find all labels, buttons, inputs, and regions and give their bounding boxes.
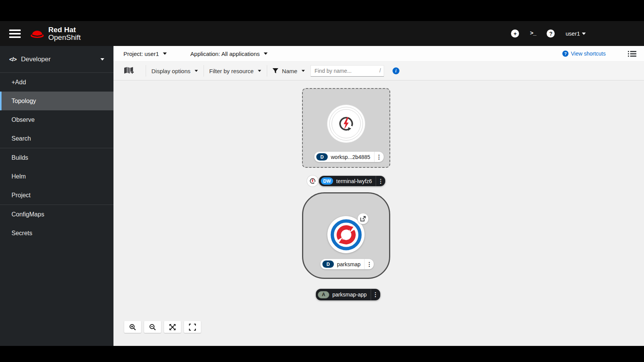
workspace-node-label[interactable]: D worksp...2b4885 ⋮ bbox=[314, 152, 384, 162]
expand-arrows-icon bbox=[169, 324, 176, 331]
brand-logo: Red Hat OpenShift bbox=[29, 26, 81, 41]
sidebar-item-project[interactable]: Project bbox=[0, 186, 113, 205]
view-shortcuts-link[interactable]: ? View shortcuts bbox=[562, 51, 606, 57]
brand-text: Red Hat OpenShift bbox=[48, 26, 81, 41]
sidebar-item-builds[interactable]: Builds bbox=[0, 148, 113, 167]
zoom-out-button[interactable] bbox=[144, 321, 161, 333]
sidebar-nav: </> Developer +Add Topology Observe Sear… bbox=[0, 46, 113, 346]
parksmap-node-name: parksmap bbox=[337, 261, 360, 267]
app-group-label[interactable]: A parksmap-app ⋮ bbox=[316, 289, 380, 300]
find-by-name-input[interactable] bbox=[310, 65, 384, 77]
chevron-down-icon bbox=[264, 52, 268, 55]
sidebar-item-helm[interactable]: Helm bbox=[0, 167, 113, 186]
redhat-fedora-icon bbox=[29, 28, 45, 40]
chevron-down-icon bbox=[301, 70, 305, 72]
name-filter-dropdown[interactable]: Name bbox=[273, 68, 305, 74]
chevron-down-icon bbox=[163, 52, 167, 55]
letterbox-bottom bbox=[0, 346, 644, 362]
reset-view-button[interactable] bbox=[184, 321, 201, 333]
display-options-dropdown[interactable]: Display options bbox=[151, 68, 198, 74]
sidebar-item-topology[interactable]: Topology bbox=[0, 92, 113, 110]
display-options-label: Display options bbox=[151, 68, 191, 74]
context-bar: Project: user1 Application: All applicat… bbox=[113, 46, 644, 62]
name-filter-label: Name bbox=[282, 68, 297, 74]
filter-by-resource-dropdown[interactable]: Filter by resource bbox=[209, 68, 261, 74]
slash-key-hint: / bbox=[380, 67, 381, 74]
kebab-menu-icon[interactable]: ⋮ bbox=[365, 261, 374, 268]
openshift-console: Red Hat OpenShift + >_ ? user1 </> Devel… bbox=[0, 0, 644, 362]
chevron-down-icon bbox=[194, 70, 198, 72]
brand-line2: OpenShift bbox=[48, 34, 81, 41]
app-group-name: parksmap-app bbox=[332, 292, 367, 298]
masthead: Red Hat OpenShift + >_ ? user1 bbox=[0, 21, 644, 46]
deployment-badge: D bbox=[316, 153, 328, 161]
workspace-ring bbox=[332, 109, 361, 138]
username: user1 bbox=[565, 30, 580, 37]
fullscreen-brackets-icon bbox=[189, 324, 196, 331]
masthead-tools: + >_ ? user1 bbox=[511, 29, 586, 38]
openshift-logo-icon bbox=[330, 218, 363, 251]
application-dropdown-label: Application: All applications bbox=[191, 51, 260, 57]
devworkspace-icon bbox=[309, 177, 316, 185]
toolbar-separator bbox=[204, 65, 204, 77]
application-dropdown[interactable]: Application: All applications bbox=[191, 51, 268, 57]
fit-to-screen-button[interactable] bbox=[164, 321, 181, 333]
context-bar-right: ? View shortcuts bbox=[562, 51, 636, 57]
filter-funnel-icon bbox=[273, 68, 278, 74]
canvas-controls bbox=[124, 321, 201, 333]
sidebar-item-secrets[interactable]: Secrets bbox=[0, 224, 113, 242]
kebab-menu-icon[interactable]: ⋮ bbox=[371, 291, 380, 298]
workspace-node-name: worksp...2b4885 bbox=[331, 154, 370, 160]
perspective-switcher[interactable]: </> Developer bbox=[0, 46, 113, 73]
find-by-name-wrapper: / bbox=[310, 65, 384, 77]
filter-by-resource-label: Filter by resource bbox=[209, 68, 254, 74]
sidebar-item-observe[interactable]: Observe bbox=[0, 110, 113, 129]
topology-toolbar: Display options Filter by resource Name … bbox=[113, 62, 644, 80]
zoom-out-icon bbox=[149, 324, 156, 331]
help-circle-icon: ? bbox=[562, 51, 568, 57]
external-link-icon[interactable] bbox=[358, 213, 368, 224]
sidebar-item-search[interactable]: Search bbox=[0, 129, 113, 148]
kebab-menu-icon[interactable]: ⋮ bbox=[376, 178, 385, 185]
chevron-down-icon bbox=[582, 33, 586, 35]
web-terminal-icon[interactable]: >_ bbox=[530, 30, 536, 37]
zoom-in-icon bbox=[129, 324, 136, 331]
terminal-node-label[interactable]: DW terminal-lwyfz6 ⋮ bbox=[319, 176, 385, 186]
code-icon: </> bbox=[9, 56, 16, 62]
workspace-node[interactable] bbox=[327, 105, 365, 143]
zoom-in-button[interactable] bbox=[124, 321, 141, 333]
user-menu[interactable]: user1 bbox=[565, 30, 586, 37]
parksmap-node-label[interactable]: D parksmap ⋮ bbox=[320, 259, 374, 269]
export-application-icon[interactable] bbox=[123, 66, 134, 75]
deployment-badge: D bbox=[322, 260, 334, 268]
toolbar-separator bbox=[146, 65, 146, 77]
nav-toggle-icon[interactable] bbox=[9, 29, 21, 38]
perspective-label: Developer bbox=[21, 56, 51, 63]
project-dropdown[interactable]: Project: user1 bbox=[123, 51, 167, 57]
sidebar-item-configmaps[interactable]: ConfigMaps bbox=[0, 205, 113, 224]
application-badge: A bbox=[318, 291, 329, 298]
terminal-node-name: terminal-lwyfz6 bbox=[336, 178, 372, 184]
project-dropdown-label: Project: user1 bbox=[123, 51, 159, 57]
brand-line1: Red Hat bbox=[48, 26, 81, 34]
help-icon[interactable]: ? bbox=[547, 29, 555, 38]
letterbox-top bbox=[0, 0, 644, 21]
list-view-icon[interactable] bbox=[628, 51, 636, 57]
nav-group-config: ConfigMaps Secrets bbox=[0, 205, 113, 242]
toolbar-separator bbox=[267, 65, 267, 77]
chevron-down-icon bbox=[258, 70, 261, 72]
chevron-down-icon bbox=[100, 58, 104, 61]
terminal-node[interactable] bbox=[307, 175, 318, 187]
sidebar-item-add[interactable]: +Add bbox=[0, 73, 113, 92]
topology-canvas[interactable]: D worksp...2b4885 ⋮ DW terminal-lwyfz6 ⋮ bbox=[113, 80, 644, 346]
info-icon[interactable]: i bbox=[393, 67, 399, 74]
view-shortcuts-label: View shortcuts bbox=[571, 51, 606, 57]
kebab-menu-icon[interactable]: ⋮ bbox=[375, 154, 384, 161]
quick-create-icon[interactable]: + bbox=[511, 29, 519, 38]
nav-group-build: Builds Helm Project bbox=[0, 148, 113, 205]
devworkspace-badge: DW bbox=[321, 177, 333, 185]
nav-group-main: +Add Topology Observe Search bbox=[0, 73, 113, 148]
